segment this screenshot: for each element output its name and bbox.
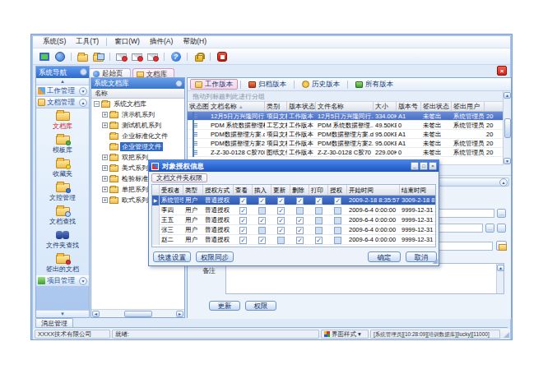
checkbox-checked[interactable]: ✓	[258, 197, 266, 205]
nav-pin-icon[interactable]	[80, 68, 87, 76]
nav-group-项目管理[interactable]: 项目管理▼	[36, 275, 89, 287]
历史版本-button[interactable]: 历史版本	[297, 79, 345, 90]
expand-icon[interactable]: +	[102, 122, 108, 128]
checkbox-checked[interactable]: ✓	[239, 227, 247, 234]
expand-icon[interactable]: +	[102, 197, 108, 203]
permission-row[interactable]: 赵二用户普通授权✓✓✓✓2009-6-4 0:00:009999-12-31 2…	[152, 235, 435, 245]
sidebar-item-文件夹查找[interactable]: 文件夹查找	[36, 228, 89, 251]
checkbox-checked[interactable]: ✓	[239, 217, 247, 224]
folder-view-button[interactable]	[91, 50, 105, 63]
dialog-resize-grip[interactable]: ◢	[433, 258, 438, 265]
checkbox-unchecked[interactable]	[315, 227, 323, 234]
browse-button-1[interactable]: …	[497, 209, 506, 218]
close-tab-button[interactable]: ×	[497, 66, 507, 76]
column-header-文件名称[interactable]: 文件名称	[316, 102, 374, 112]
collapse-icon[interactable]: ▲	[79, 99, 87, 107]
column-header-签出状态[interactable]: 签出状态	[421, 102, 452, 112]
permission-button[interactable]: 权限	[245, 301, 276, 311]
column-header-状态图[interactable]: 状态图	[188, 102, 209, 112]
mail-new-button[interactable]	[114, 50, 128, 63]
menu-item-1[interactable]: 系统(S)	[38, 37, 71, 47]
column-header-大小[interactable]: 大小	[374, 102, 397, 112]
checkbox-checked[interactable]: ✓	[277, 227, 285, 234]
scroll-down-icon[interactable]: ▼	[504, 158, 511, 164]
tree-item-企业管理文件[interactable]: 企业管理文件	[91, 141, 184, 152]
expand-icon[interactable]: ▼	[79, 87, 87, 95]
update-button[interactable]: 更新	[209, 301, 240, 311]
expand-icon[interactable]: +	[102, 187, 108, 192]
lock-button[interactable]	[192, 50, 206, 63]
所有版本-button[interactable]: 所有版本	[350, 79, 398, 90]
permission-row[interactable]: ▶系统管理员用户普通授权✓✓✓✓✓✓2009-2-18 8:35:573009-…	[152, 196, 435, 205]
perm-column-indicator[interactable]	[152, 185, 160, 196]
perm-column-插入[interactable]: 插入	[253, 185, 272, 196]
table-row[interactable]: PDM 系统数据整理检...工艺文档工作版本PDM 系统数据整理...49.50…	[188, 121, 504, 130]
tree-item-演示机系列[interactable]: +演示机系列	[91, 109, 184, 120]
checkbox-unchecked[interactable]	[334, 207, 341, 214]
permission-row[interactable]: 张三用户普通授权✓✓✓2009-6-4 0:00:009999-12-31 23…	[152, 225, 435, 235]
工作版本-button[interactable]: 工作版本	[190, 79, 238, 90]
checkbox-checked[interactable]: ✓	[239, 197, 247, 205]
power-button[interactable]	[215, 50, 229, 63]
table-vertical-scrollbar[interactable]: ▲ ▼	[503, 91, 511, 165]
scroll-up-icon[interactable]: ▲	[497, 265, 504, 271]
checkbox-checked[interactable]: ✓	[277, 217, 285, 224]
clear-button-icon[interactable]	[497, 224, 506, 233]
browse-button-2[interactable]: …	[485, 224, 494, 233]
checkbox-unchecked[interactable]	[334, 217, 341, 224]
perm-column-受权者[interactable]: 受权者	[160, 185, 183, 196]
checkbox-unchecked[interactable]	[296, 207, 304, 214]
checkbox-checked[interactable]: ✓	[296, 237, 304, 244]
checkbox-checked[interactable]: ✓	[277, 207, 285, 214]
dialog-titlebar[interactable]: 对象授权信息	[149, 160, 439, 172]
permission-sync-button[interactable]: 权限同步	[196, 251, 234, 262]
perm-column-打印[interactable]: 打印	[309, 185, 328, 196]
checkbox-unchecked[interactable]	[258, 227, 266, 234]
column-header-文档名称[interactable]: 文档名称 ▲	[209, 102, 265, 112]
scroll-up-icon[interactable]: ▲	[504, 92, 511, 99]
checkbox-checked[interactable]: ✓	[315, 237, 323, 244]
column-header-签出用户[interactable]: 签出用户	[452, 102, 485, 112]
scroll-right-icon[interactable]: ►	[176, 311, 183, 317]
ok-button[interactable]: 确定	[368, 251, 401, 262]
help-button[interactable]: ?	[169, 50, 183, 63]
permission-row[interactable]: 李四用户普通授权✓✓2009-6-4 0:00:009999-12-31 23:…	[152, 205, 435, 215]
perm-column-更新[interactable]: 更新	[272, 185, 290, 196]
归档版本-button[interactable]: 归档版本	[244, 79, 291, 90]
checkbox-checked[interactable]: ✓	[258, 217, 266, 224]
column-header-类别[interactable]: 类别	[265, 102, 287, 112]
tree-item-企业标准化文件[interactable]: 企业标准化文件	[91, 131, 184, 141]
permission-tab[interactable]: 文档文件夹权限	[151, 173, 207, 182]
globe-button[interactable]	[53, 50, 67, 63]
expand-icon[interactable]: +	[102, 154, 108, 160]
mail-receive-button[interactable]	[130, 50, 144, 63]
scrollbar-thumb[interactable]	[504, 118, 511, 138]
checkbox-unchecked[interactable]	[315, 207, 323, 214]
sidebar-item-签出的文档[interactable]: 签出的文档	[36, 251, 89, 275]
message-manager-tab[interactable]: 消息管理	[35, 318, 73, 327]
window-resize-grip[interactable]: ◢	[504, 330, 509, 339]
expand-icon[interactable]: +	[102, 165, 108, 171]
quick-setup-button[interactable]: 快速设置	[153, 251, 191, 262]
perm-column-查看[interactable]: 查看	[234, 185, 253, 196]
tree-item-系统文档库[interactable]: −系统文档库	[91, 99, 184, 109]
expand-icon[interactable]: +	[102, 112, 108, 118]
expand-icon[interactable]: +	[102, 176, 108, 182]
nav-group-工作管理[interactable]: 工作管理▼	[36, 85, 89, 97]
checkbox-unchecked[interactable]	[258, 207, 266, 214]
perm-column-授权[interactable]: 授权	[328, 185, 347, 196]
expand-icon[interactable]: ▼	[79, 277, 87, 285]
minimize-icon[interactable]: _	[411, 162, 419, 170]
tree-pin-icon[interactable]	[175, 80, 183, 87]
sidebar-item-文控管理[interactable]: 文控管理	[36, 180, 89, 204]
perm-column-类型[interactable]: 类型	[183, 185, 203, 196]
checkbox-checked[interactable]: ✓	[296, 197, 304, 205]
checkbox-checked[interactable]: ✓	[277, 197, 285, 205]
folder-browse-icon[interactable]	[496, 241, 507, 251]
nav-group-文档管理[interactable]: 文档管理▲	[36, 97, 89, 108]
checkbox-unchecked[interactable]	[334, 227, 341, 234]
sidebar-item-模板库[interactable]: 模板库	[36, 132, 89, 156]
remark-textarea[interactable]: ▲	[225, 263, 504, 294]
table-row[interactable]: 12月5日万兴隆同行...项目文档工作版本12月5日万兴隆同行...334.00…	[188, 112, 504, 121]
tree-column-header[interactable]: 名称	[91, 89, 184, 99]
